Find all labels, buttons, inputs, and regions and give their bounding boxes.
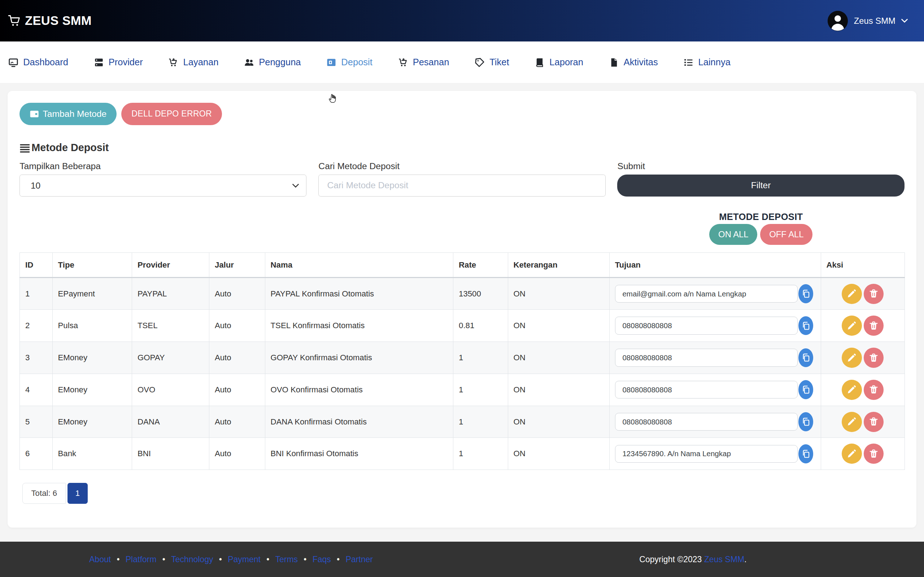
cell-aksi bbox=[821, 278, 905, 310]
methods-table: IDTipeProviderJalurNamaRateKeteranganTuj… bbox=[19, 253, 905, 470]
delete-depo-error-button[interactable]: DELL DEPO ERROR bbox=[121, 103, 222, 126]
nav-item-layanan[interactable]: Layanan bbox=[168, 57, 218, 68]
content-area: Tambah Metode DELL DEPO ERROR Metode Dep… bbox=[0, 83, 924, 527]
table-row-3: 3EMoneyGOPAYAutoGOPAY Konfirmasi Otomati… bbox=[20, 342, 905, 374]
cell-rate: 1 bbox=[453, 342, 508, 374]
nav-item-label: Pesanan bbox=[413, 57, 449, 68]
main-nav: DashboardProviderLayananPenggunaDepositP… bbox=[0, 42, 924, 83]
cell-jalur: Auto bbox=[209, 406, 265, 438]
user-menu[interactable]: Zeus SMM bbox=[828, 11, 908, 31]
cell-jalur: Auto bbox=[209, 278, 265, 310]
show-entries-select[interactable]: 10 bbox=[19, 174, 307, 197]
cell-aksi bbox=[821, 342, 905, 374]
nav-item-provider[interactable]: Provider bbox=[94, 57, 143, 68]
cell-nama: TSEL Konfirmasi Otomatis bbox=[265, 310, 453, 342]
nav-item-label: Layanan bbox=[183, 57, 219, 68]
nav-item-dashboard[interactable]: Dashboard bbox=[8, 57, 68, 68]
nav-item-label: Lainnya bbox=[698, 57, 730, 68]
tujuan-input[interactable] bbox=[615, 445, 798, 463]
copy-button[interactable] bbox=[798, 444, 813, 463]
cell-rate: 1 bbox=[453, 374, 508, 406]
cell-aksi bbox=[821, 310, 905, 342]
footer-link-faqs[interactable]: Faqs bbox=[313, 554, 331, 564]
on-all-button[interactable]: ON ALL bbox=[709, 224, 757, 245]
tujuan-input[interactable] bbox=[615, 381, 798, 398]
tujuan-input[interactable] bbox=[615, 317, 798, 334]
cell-provider: GOPAY bbox=[132, 342, 209, 374]
nav-item-label: Pengguna bbox=[259, 57, 300, 68]
col-header-tujuan: Tujuan bbox=[609, 253, 821, 278]
filter-button[interactable]: Filter bbox=[617, 174, 904, 197]
cell-keterangan: ON bbox=[508, 310, 609, 342]
footer-separator: • bbox=[334, 554, 342, 564]
delete-button[interactable] bbox=[864, 284, 884, 304]
nav-item-pengguna[interactable]: Pengguna bbox=[244, 57, 300, 68]
content-card: Tambah Metode DELL DEPO ERROR Metode Dep… bbox=[8, 91, 916, 528]
footer-brand-link[interactable]: Zeus SMM bbox=[704, 554, 744, 564]
tujuan-input[interactable] bbox=[615, 285, 798, 303]
cart-logo-icon bbox=[8, 14, 21, 27]
footer-link-platform[interactable]: Platform bbox=[126, 554, 157, 564]
copy-button[interactable] bbox=[798, 316, 813, 335]
footer: About • Platform • Technology • Payment … bbox=[0, 542, 924, 577]
brand[interactable]: ZEUS SMM bbox=[8, 14, 92, 28]
cell-keterangan: ON bbox=[508, 374, 609, 406]
pagination-page-1[interactable]: 1 bbox=[68, 483, 88, 504]
footer-link-technology[interactable]: Technology bbox=[171, 554, 213, 564]
cell-nama: OVO Konfirmasi Otomatis bbox=[265, 374, 453, 406]
copy-button[interactable] bbox=[798, 284, 813, 303]
footer-link-about[interactable]: About bbox=[89, 554, 111, 564]
delete-button[interactable] bbox=[864, 348, 884, 368]
edit-button[interactable] bbox=[842, 443, 862, 464]
nav-item-aktivitas[interactable]: Aktivitas bbox=[609, 57, 658, 68]
col-header-provider: Provider bbox=[132, 253, 209, 278]
cell-tujuan bbox=[609, 438, 821, 470]
cell-tipe: Bank bbox=[52, 438, 132, 470]
delete-button[interactable] bbox=[864, 412, 884, 432]
copy-button[interactable] bbox=[798, 348, 813, 367]
table-row-4: 4EMoneyOVOAutoOVO Konfirmasi Otomatis1ON bbox=[20, 374, 905, 406]
footer-link-payment[interactable]: Payment bbox=[228, 554, 261, 564]
search-input[interactable] bbox=[318, 174, 605, 197]
footer-link-terms[interactable]: Terms bbox=[275, 554, 298, 564]
desktop-icon bbox=[8, 58, 18, 67]
add-method-button[interactable]: Tambah Metode bbox=[19, 103, 116, 126]
nav-item-lainnya[interactable]: Lainnya bbox=[683, 57, 730, 68]
cell-rate: 1 bbox=[453, 438, 508, 470]
nav-item-label: Deposit bbox=[341, 57, 372, 68]
delete-button[interactable] bbox=[864, 316, 884, 336]
tujuan-input[interactable] bbox=[615, 349, 798, 366]
edit-button[interactable] bbox=[842, 284, 862, 304]
footer-separator: • bbox=[264, 554, 272, 564]
nav-item-label: Dashboard bbox=[23, 57, 68, 68]
nav-item-deposit[interactable]: Deposit bbox=[326, 57, 373, 68]
nav-item-pesanan[interactable]: Pesanan bbox=[398, 57, 449, 68]
copy-button[interactable] bbox=[798, 412, 813, 431]
cell-jalur: Auto bbox=[209, 342, 265, 374]
cell-rate: 1 bbox=[453, 406, 508, 438]
footer-separator: • bbox=[216, 554, 224, 564]
cell-rate: 13500 bbox=[453, 278, 508, 310]
cell-provider: OVO bbox=[132, 374, 209, 406]
edit-button[interactable] bbox=[842, 348, 862, 368]
nav-item-laporan[interactable]: Laporan bbox=[535, 57, 583, 68]
tujuan-input[interactable] bbox=[615, 413, 798, 430]
list-icon bbox=[683, 58, 693, 67]
off-all-button[interactable]: OFF ALL bbox=[760, 224, 813, 245]
delete-button[interactable] bbox=[864, 443, 884, 464]
cell-tipe: EPayment bbox=[52, 278, 132, 310]
edit-button[interactable] bbox=[842, 316, 862, 336]
edit-button[interactable] bbox=[842, 380, 862, 400]
cell-tipe: EMoney bbox=[52, 406, 132, 438]
book-icon bbox=[535, 58, 544, 67]
footer-link-partner[interactable]: Partner bbox=[346, 554, 373, 564]
nav-item-tiket[interactable]: Tiket bbox=[475, 57, 509, 68]
cart-plus-icon bbox=[168, 58, 178, 67]
cell-tipe: EMoney bbox=[52, 374, 132, 406]
edit-button[interactable] bbox=[842, 412, 862, 432]
pagination: Total: 6 1 bbox=[23, 483, 904, 504]
copy-button[interactable] bbox=[798, 380, 813, 399]
chevron-down-icon bbox=[901, 19, 908, 23]
delete-button[interactable] bbox=[864, 380, 884, 400]
nav-item-label: Laporan bbox=[549, 57, 583, 68]
